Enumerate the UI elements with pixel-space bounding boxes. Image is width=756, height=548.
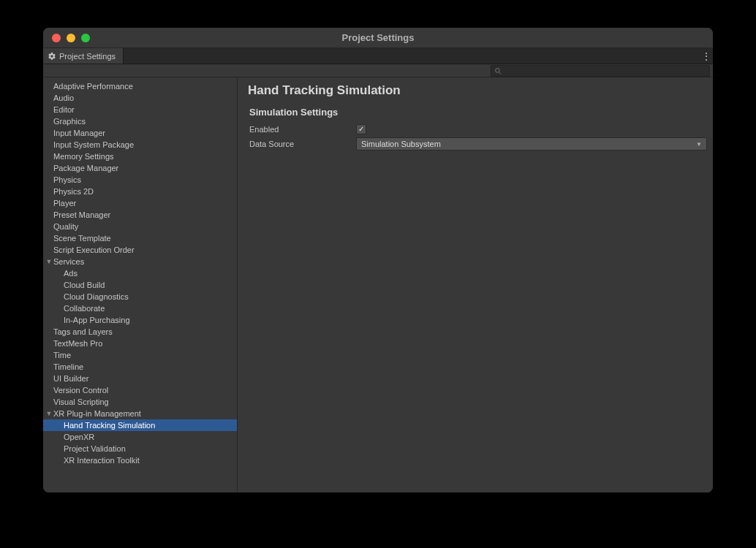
- sidebar-item-label: XR Plug-in Management: [53, 409, 141, 418]
- sidebar-item-collaborate[interactable]: Collaborate: [43, 302, 237, 314]
- sidebar-item-label: Visual Scripting: [53, 397, 109, 406]
- sidebar-item-label: XR Interaction Toolkit: [64, 456, 140, 465]
- sidebar-item-script-execution-order[interactable]: Script Execution Order: [43, 244, 237, 256]
- sidebar-item-cloud-diagnostics[interactable]: Cloud Diagnostics: [43, 291, 237, 302]
- tab-label: Project Settings: [59, 52, 116, 61]
- sidebar-item-label: Editor: [53, 105, 75, 114]
- panel-title: Hand Tracking Simulation: [248, 83, 707, 98]
- sidebar-item-label: OpenXR: [64, 433, 94, 441]
- sidebar-item-time[interactable]: Time: [43, 349, 237, 361]
- sidebar-item-project-validation[interactable]: Project Validation: [43, 443, 237, 454]
- sidebar-item-label: Project Validation: [64, 444, 126, 453]
- sidebar-item-label: Package Manager: [53, 164, 118, 172]
- field-label-enabled: Enabled: [248, 125, 356, 134]
- traffic-lights: [43, 34, 90, 42]
- body: Adaptive PerformanceAudioEditorGraphicsI…: [43, 77, 713, 492]
- svg-line-1: [499, 72, 502, 74]
- section-title: Simulation Settings: [248, 107, 707, 118]
- sidebar-item-adaptive-performance[interactable]: Adaptive Performance: [43, 80, 237, 92]
- settings-sidebar[interactable]: Adaptive PerformanceAudioEditorGraphicsI…: [43, 77, 238, 492]
- sidebar-item-label: Graphics: [53, 117, 86, 126]
- chevron-down-icon: ▼: [696, 141, 702, 148]
- sidebar-item-input-manager[interactable]: Input Manager: [43, 127, 237, 139]
- search-field[interactable]: [491, 65, 710, 77]
- sidebar-item-label: Ads: [64, 269, 78, 278]
- sidebar-item-xr-interaction-toolkit[interactable]: XR Interaction Toolkit: [43, 454, 237, 466]
- sidebar-item-xr-plug-in-management[interactable]: ▼XR Plug-in Management: [43, 408, 237, 419]
- sidebar-item-cloud-build[interactable]: Cloud Build: [43, 279, 237, 291]
- sidebar-item-label: Cloud Build: [64, 281, 105, 289]
- sidebar-item-ui-builder[interactable]: UI Builder: [43, 373, 237, 384]
- sidebar-item-quality[interactable]: Quality: [43, 221, 237, 232]
- sidebar-item-label: Version Control: [53, 386, 108, 395]
- sidebar-item-label: Scene Template: [53, 234, 111, 243]
- gear-icon: [48, 52, 56, 61]
- search-icon: [494, 67, 502, 75]
- data-source-dropdown[interactable]: Simulation Subsystem ▼: [356, 137, 707, 151]
- tab-project-settings[interactable]: Project Settings: [43, 48, 124, 64]
- field-enabled: Enabled ✓: [248, 122, 707, 137]
- window-title: Project Settings: [43, 32, 713, 43]
- window-maximize-button[interactable]: [81, 34, 90, 42]
- project-settings-window: Project Settings Project Settings ⋮ Adap…: [43, 28, 713, 492]
- sidebar-item-openxr[interactable]: OpenXR: [43, 431, 237, 443]
- sidebar-item-label: Memory Settings: [53, 152, 114, 161]
- window-close-button[interactable]: [52, 34, 61, 42]
- sidebar-item-tags-and-layers[interactable]: Tags and Layers: [43, 326, 237, 338]
- sidebar-item-label: Quality: [53, 222, 78, 231]
- sidebar-item-version-control[interactable]: Version Control: [43, 384, 237, 396]
- sidebar-item-player[interactable]: Player: [43, 197, 237, 209]
- sidebar-item-label: Adaptive Performance: [53, 82, 133, 91]
- sidebar-item-services[interactable]: ▼Services: [43, 256, 237, 267]
- sidebar-item-label: Input System Package: [53, 140, 134, 149]
- sidebar-item-label: In-App Purchasing: [64, 316, 130, 324]
- tab-bar: Project Settings ⋮: [43, 48, 713, 64]
- sidebar-item-label: Audio: [53, 94, 74, 102]
- sidebar-item-label: Tags and Layers: [53, 327, 113, 336]
- settings-panel: Hand Tracking Simulation Simulation Sett…: [238, 77, 713, 492]
- sidebar-item-physics-2d[interactable]: Physics 2D: [43, 186, 237, 197]
- sidebar-item-in-app-purchasing[interactable]: In-App Purchasing: [43, 314, 237, 326]
- field-data-source: Data Source Simulation Subsystem ▼: [248, 137, 707, 151]
- expander-icon[interactable]: ▼: [45, 258, 53, 265]
- sidebar-item-ads[interactable]: Ads: [43, 267, 237, 279]
- toolbar: [43, 64, 713, 77]
- field-label-data-source: Data Source: [248, 140, 356, 148]
- sidebar-item-label: Cloud Diagnostics: [64, 292, 129, 301]
- enabled-checkbox[interactable]: ✓: [356, 124, 366, 134]
- sidebar-item-hand-tracking-simulation[interactable]: Hand Tracking Simulation: [43, 419, 237, 431]
- sidebar-item-textmesh-pro[interactable]: TextMesh Pro: [43, 338, 237, 349]
- tab-options-button[interactable]: ⋮: [700, 48, 713, 64]
- titlebar: Project Settings: [43, 28, 713, 48]
- sidebar-item-preset-manager[interactable]: Preset Manager: [43, 209, 237, 221]
- expander-icon[interactable]: ▼: [45, 410, 53, 417]
- sidebar-item-label: Physics 2D: [53, 187, 94, 196]
- sidebar-item-input-system-package[interactable]: Input System Package: [43, 139, 237, 151]
- sidebar-item-timeline[interactable]: Timeline: [43, 361, 237, 373]
- sidebar-item-graphics[interactable]: Graphics: [43, 115, 237, 127]
- sidebar-item-label: TextMesh Pro: [53, 339, 102, 348]
- sidebar-item-label: Input Manager: [53, 129, 105, 137]
- sidebar-item-physics[interactable]: Physics: [43, 174, 237, 186]
- sidebar-item-audio[interactable]: Audio: [43, 92, 237, 104]
- sidebar-item-editor[interactable]: Editor: [43, 104, 237, 115]
- sidebar-item-memory-settings[interactable]: Memory Settings: [43, 151, 237, 162]
- sidebar-item-label: Time: [53, 351, 71, 359]
- svg-point-0: [496, 68, 500, 72]
- sidebar-item-package-manager[interactable]: Package Manager: [43, 162, 237, 174]
- sidebar-item-label: Preset Manager: [53, 210, 110, 219]
- sidebar-item-label: Hand Tracking Simulation: [64, 421, 155, 430]
- sidebar-item-label: Player: [53, 199, 76, 208]
- sidebar-item-scene-template[interactable]: Scene Template: [43, 232, 237, 244]
- sidebar-item-label: Physics: [53, 175, 81, 184]
- sidebar-item-label: Services: [53, 257, 84, 266]
- sidebar-item-label: Script Execution Order: [53, 246, 135, 254]
- sidebar-item-visual-scripting[interactable]: Visual Scripting: [43, 396, 237, 408]
- search-input[interactable]: [504, 66, 706, 75]
- sidebar-item-label: Collaborate: [64, 304, 105, 313]
- sidebar-item-label: Timeline: [53, 362, 83, 371]
- tabbar-spacer: [124, 48, 700, 64]
- sidebar-item-label: UI Builder: [53, 374, 88, 383]
- window-minimize-button[interactable]: [67, 34, 75, 42]
- dropdown-value: Simulation Subsystem: [361, 140, 441, 148]
